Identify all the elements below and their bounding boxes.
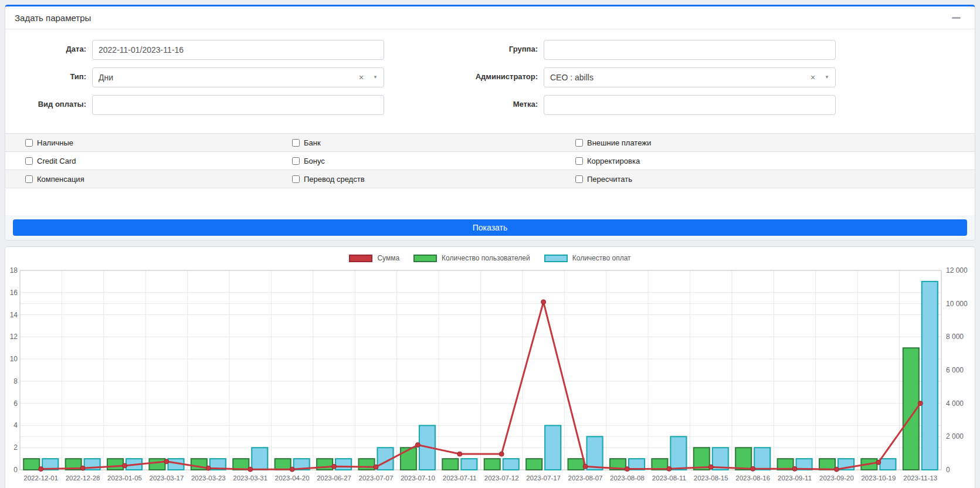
payment-type-option[interactable]: Бонус [272,157,555,165]
filters-form: Дата: Тип: Дни × ▼ Вид оплаты: Группа: [5,29,975,123]
payment-checkbox[interactable] [292,175,300,183]
svg-text:2023-04-20: 2023-04-20 [275,475,310,482]
svg-text:16: 16 [10,289,18,297]
chart-panel: Сумма Количество пользователей Количеств… [5,246,975,488]
payment-type-option[interactable]: Компенсация [5,175,272,184]
svg-text:12 000: 12 000 [946,266,968,274]
group-input[interactable] [544,40,836,60]
payment-checkbox-label: Бонус [304,157,325,165]
svg-text:2023-07-10: 2023-07-10 [401,475,435,482]
table-row: Компенсация Перевод средств Пересчитать [5,170,975,188]
collapse-icon[interactable] [952,17,961,19]
payment-types-table: Наличные Банк Внешние платежи Credit Car… [5,133,975,188]
panel-title: Задать параметры [15,13,91,23]
clear-icon[interactable]: × [811,73,815,82]
svg-text:6 000: 6 000 [946,366,964,374]
type-label: Тип: [15,67,92,87]
svg-text:18: 18 [10,266,18,274]
chart-legend: Сумма Количество пользователей Количеств… [5,252,975,265]
parameters-panel: Задать параметры Дата: Тип: Дни × ▼ Вид … [5,5,975,240]
pay-kind-input[interactable] [92,95,384,115]
legend-item-users: Количество пользователей [413,254,530,262]
legend-item-sum: Сумма [349,254,399,262]
admin-select-value: CEO : abills [550,73,811,82]
svg-text:4 000: 4 000 [946,399,964,408]
svg-text:10: 10 [10,355,18,363]
payment-type-option[interactable]: Корректировка [555,157,975,165]
svg-text:8 000: 8 000 [946,333,964,341]
payment-checkbox[interactable] [575,157,583,165]
svg-text:10 000: 10 000 [946,300,968,308]
payments-chart: 02468101214161802 0004 0006 0008 00010 0… [5,265,975,487]
svg-text:0: 0 [946,466,950,474]
users-swatch [413,255,437,262]
payment-type-option[interactable]: Перевод средств [272,175,555,184]
svg-text:2023-08-07: 2023-08-07 [568,475,603,482]
svg-text:2023-06-27: 2023-06-27 [317,475,351,482]
legend-label: Количество оплат [572,254,631,262]
payment-checkbox-label: Credit Card [37,157,76,165]
payment-checkbox-label: Пересчитать [587,175,632,184]
legend-label: Сумма [377,254,399,262]
chevron-down-icon[interactable]: ▼ [825,75,829,80]
svg-text:2023-07-11: 2023-07-11 [443,475,477,482]
payment-checkbox[interactable] [575,139,583,147]
show-button[interactable]: Показать [13,219,967,236]
svg-text:2023-07-12: 2023-07-12 [484,475,519,482]
table-row: Credit Card Бонус Корректировка [5,152,975,170]
pay-kind-label: Вид оплаты: [15,95,92,115]
legend-item-payments: Количество оплат [544,254,631,262]
payment-checkbox-label: Внешние платежи [587,138,651,147]
svg-text:2023-09-11: 2023-09-11 [778,475,812,482]
payment-checkbox[interactable] [25,175,33,183]
svg-text:12: 12 [10,333,18,341]
svg-text:4: 4 [13,421,18,429]
payment-checkbox-label: Наличные [37,138,73,147]
payment-checkbox-label: Корректировка [587,157,640,165]
svg-text:2 000: 2 000 [946,432,964,440]
payment-checkbox-label: Компенсация [37,175,84,184]
svg-text:2023-03-23: 2023-03-23 [191,475,226,482]
date-input[interactable] [92,40,384,60]
svg-text:2023-08-16: 2023-08-16 [735,475,770,482]
table-row: Наличные Банк Внешние платежи [5,134,975,152]
payment-checkbox[interactable] [575,175,583,183]
payment-type-option[interactable]: Внешние платежи [555,138,975,147]
payment-checkbox-label: Перевод средств [304,175,365,184]
chevron-down-icon[interactable]: ▼ [373,75,378,80]
payment-checkbox[interactable] [25,139,33,147]
svg-text:2023-11-13: 2023-11-13 [903,475,937,482]
date-label: Дата: [15,40,92,60]
legend-label: Количество пользователей [442,254,530,262]
svg-text:2023-03-17: 2023-03-17 [150,475,184,482]
admin-label: Администратор: [466,67,544,87]
svg-text:2023-07-17: 2023-07-17 [526,475,561,482]
form-right-column: Группа: Администратор: CEO : abills × ▼ … [466,40,918,123]
mark-input[interactable] [544,95,836,115]
form-left-column: Дата: Тип: Дни × ▼ Вид оплаты: [15,40,466,123]
payment-type-option[interactable]: Пересчитать [555,175,975,184]
payment-checkbox-label: Банк [304,138,321,147]
svg-text:2023-08-11: 2023-08-11 [652,475,686,482]
clear-icon[interactable]: × [359,73,364,82]
payment-checkbox[interactable] [292,139,300,147]
svg-text:14: 14 [10,311,18,319]
svg-text:0: 0 [13,466,18,474]
svg-text:2023-03-31: 2023-03-31 [233,475,267,482]
svg-text:2023-08-08: 2023-08-08 [610,475,645,482]
payment-type-option[interactable]: Credit Card [5,157,272,165]
type-select-value: Дни [99,73,359,82]
sum-swatch [349,255,372,262]
admin-select[interactable]: CEO : abills × ▼ [544,67,836,87]
type-select[interactable]: Дни × ▼ [92,67,384,87]
panel-header: Задать параметры [5,6,975,29]
payment-checkbox[interactable] [292,157,300,165]
payment-type-option[interactable]: Наличные [5,138,272,147]
submit-zone: Показать [5,215,975,240]
svg-text:8: 8 [13,377,18,385]
svg-text:6: 6 [13,399,18,408]
payment-type-option[interactable]: Банк [272,138,555,147]
payment-checkbox[interactable] [25,157,33,165]
svg-text:2022-12-01: 2022-12-01 [23,475,58,482]
svg-text:2023-09-20: 2023-09-20 [819,475,854,482]
